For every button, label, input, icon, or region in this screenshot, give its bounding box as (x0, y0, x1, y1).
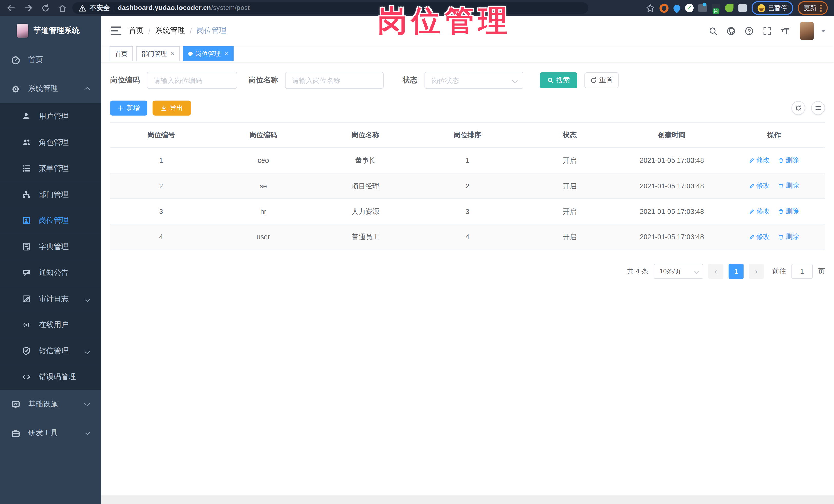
extension-leaf-icon[interactable] (725, 4, 733, 12)
extension-pin-icon[interactable] (672, 3, 682, 13)
next-page-button[interactable]: › (749, 264, 764, 279)
tab-dept[interactable]: 部门管理 × (136, 46, 180, 61)
delete-link[interactable]: 删除 (778, 207, 799, 216)
font-size-icon[interactable]: TT (779, 24, 792, 37)
update-label: 更新 (804, 3, 816, 12)
emoji-icon (758, 4, 766, 12)
sidebar-item-dev-tools[interactable]: 研发工具 (0, 419, 101, 447)
edit-link[interactable]: 修改 (749, 181, 770, 191)
close-icon[interactable]: × (224, 50, 228, 58)
badge-icon (22, 216, 31, 225)
gear-icon (11, 84, 20, 93)
tab-home[interactable]: 首页 (110, 46, 133, 61)
paused-extension-pill[interactable]: 已暂停 (752, 1, 793, 15)
add-button[interactable]: 新增 (110, 101, 147, 115)
delete-link[interactable]: 删除 (778, 181, 799, 191)
avatar-caret-icon[interactable] (821, 29, 826, 35)
search-button[interactable]: 搜索 (540, 72, 577, 88)
delete-link[interactable]: 删除 (778, 233, 799, 242)
post-name-label: 岗位名称 (248, 75, 278, 85)
extension-puzzle-icon[interactable] (738, 4, 747, 12)
github-icon[interactable] (724, 24, 737, 37)
logo-row[interactable]: 芋道管理系统 (0, 16, 101, 46)
sidebar-item-home[interactable]: 首页 (0, 46, 101, 74)
app-header: 首页 / 系统管理 / 岗位管理 TT (101, 16, 834, 46)
search-icon[interactable] (706, 24, 719, 37)
post-name-input[interactable] (285, 72, 383, 89)
extension-translate-icon[interactable]: 简 (711, 4, 720, 12)
sidebar-item-dict[interactable]: 字典管理 (0, 234, 101, 260)
close-icon[interactable]: × (171, 50, 175, 58)
refresh-table-button[interactable] (791, 101, 805, 115)
sidebar-item-notice[interactable]: 通知公告 (0, 260, 101, 286)
sidebar: 芋道管理系统 首页 系统管理 用户管理 角色管理 (0, 16, 101, 504)
sidebar-item-roles[interactable]: 角色管理 (0, 129, 101, 156)
back-icon[interactable] (4, 2, 18, 14)
home-icon[interactable] (55, 2, 69, 14)
bookmark-star-icon[interactable] (646, 3, 655, 12)
chevron-down-icon (84, 400, 90, 406)
collapse-sidebar-icon[interactable] (111, 27, 121, 35)
trash-icon (778, 209, 784, 214)
sidebar-item-depts[interactable]: 部门管理 (0, 181, 101, 208)
chevron-down-icon (84, 429, 90, 435)
post-code-input[interactable] (147, 72, 237, 89)
sidebar-item-menus[interactable]: 菜单管理 (0, 155, 101, 181)
sidebar-item-error-codes[interactable]: 错误码管理 (0, 364, 101, 390)
update-button[interactable]: 更新 (798, 1, 828, 15)
extension-check-icon[interactable]: ✓ (685, 4, 694, 12)
extension-sliders-icon[interactable] (699, 4, 707, 12)
export-button[interactable]: 导出 (153, 101, 191, 115)
not-secure-warning-icon (79, 5, 86, 12)
breadcrumb-system[interactable]: 系统管理 (155, 26, 185, 36)
edit-link[interactable]: 修改 (749, 233, 770, 242)
current-page-button[interactable]: 1 (729, 264, 744, 279)
logo-image (17, 24, 28, 38)
search-form: 岗位编码 岗位名称 状态 (110, 72, 825, 89)
forward-icon[interactable] (21, 2, 35, 14)
status-select-input[interactable] (424, 72, 523, 89)
user-icon (22, 112, 31, 121)
url-text[interactable]: dashboard.yudao.iocoder.cn/system/post (118, 4, 250, 12)
security-label[interactable]: 不安全 (90, 3, 110, 12)
sidebar-item-infra[interactable]: 基础设施 (0, 390, 101, 419)
chevron-down-icon (694, 269, 699, 275)
list-icon (22, 164, 31, 173)
edit-link[interactable]: 修改 (749, 156, 770, 165)
sidebar-item-system[interactable]: 系统管理 (0, 74, 101, 103)
table-row: 3 hr 人力资源 3 开启 2021-01-05 17:03:48 修改 删除 (110, 199, 825, 224)
page-size-select[interactable]: 10条/页 (654, 264, 703, 279)
users-icon (22, 138, 31, 147)
sidebar-item-sms[interactable]: 短信管理 (0, 338, 101, 364)
help-icon[interactable] (743, 24, 755, 37)
edit-link[interactable]: 修改 (749, 207, 770, 216)
sidebar-item-posts[interactable]: 岗位管理 (0, 207, 101, 234)
tab-post[interactable]: 岗位管理 × (183, 46, 234, 61)
extension-orange-icon[interactable] (659, 3, 668, 12)
address-bar[interactable]: 不安全 dashboard.yudao.iocoder.cn/system/po… (72, 2, 588, 14)
breadcrumb-home[interactable]: 首页 (129, 26, 144, 36)
delete-link[interactable]: 删除 (778, 156, 799, 165)
prev-page-button[interactable]: ‹ (708, 264, 723, 279)
pencil-icon (749, 209, 755, 214)
sidebar-item-audit-log[interactable]: 审计日志 (0, 286, 101, 312)
column-settings-button[interactable] (811, 101, 825, 115)
browser-menu-icon[interactable] (820, 5, 822, 12)
sidebar-item-users[interactable]: 用户管理 (0, 103, 101, 129)
fullscreen-icon[interactable] (761, 24, 773, 37)
reset-button[interactable]: 重置 (585, 72, 619, 88)
table-header-row: 岗位编号 岗位编码 岗位名称 岗位排序 状态 创建时间 操作 (110, 123, 825, 148)
message-icon (22, 268, 31, 277)
page-content: 岗位编码 岗位名称 状态 (101, 62, 834, 495)
chevron-down-icon (84, 296, 90, 302)
org-tree-icon (22, 190, 31, 199)
chevron-down-icon (84, 348, 90, 354)
goto-page-input[interactable] (791, 264, 813, 279)
status-text: 开启 (519, 232, 621, 242)
sidebar-item-online-users[interactable]: 在线用户 (0, 312, 101, 338)
pencil-icon (749, 183, 755, 189)
reload-icon[interactable] (38, 2, 52, 14)
status-text: 开启 (519, 207, 621, 216)
avatar[interactable] (800, 22, 814, 40)
status-select[interactable] (424, 72, 523, 89)
